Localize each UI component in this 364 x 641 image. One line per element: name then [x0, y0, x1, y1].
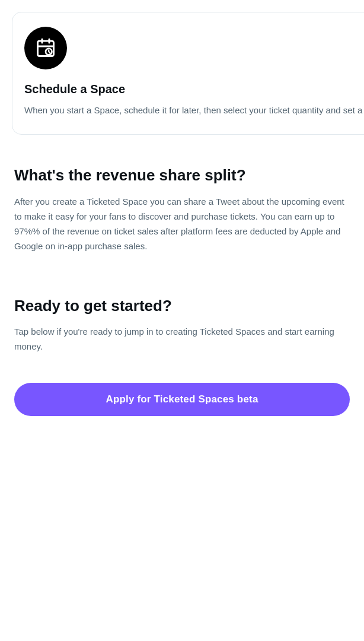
schedule-card-icon — [24, 27, 67, 69]
revenue-body: After you create a Ticketed Space you ca… — [14, 195, 350, 253]
schedule-card: Schedule a Space When you start a Space,… — [12, 12, 364, 135]
cta-desc: Tap below if you're ready to jump in to … — [14, 325, 350, 354]
cards-row: Schedule a Space When you start a Space,… — [0, 0, 364, 147]
schedule-card-desc: When you start a Space, schedule it for … — [24, 104, 364, 118]
revenue-title: What's the revenue share split? — [14, 166, 350, 186]
apply-button[interactable]: Apply for Ticketed Spaces beta — [14, 383, 350, 416]
button-area: Apply for Ticketed Spaces beta — [0, 354, 364, 440]
calendar-clock-icon — [35, 37, 56, 59]
schedule-card-title: Schedule a Space — [24, 81, 364, 97]
cta-title: Ready to get started? — [14, 296, 350, 316]
cta-section: Ready to get started? Tap below if you'r… — [0, 275, 364, 354]
revenue-section: What's the revenue share split? After yo… — [0, 147, 364, 254]
